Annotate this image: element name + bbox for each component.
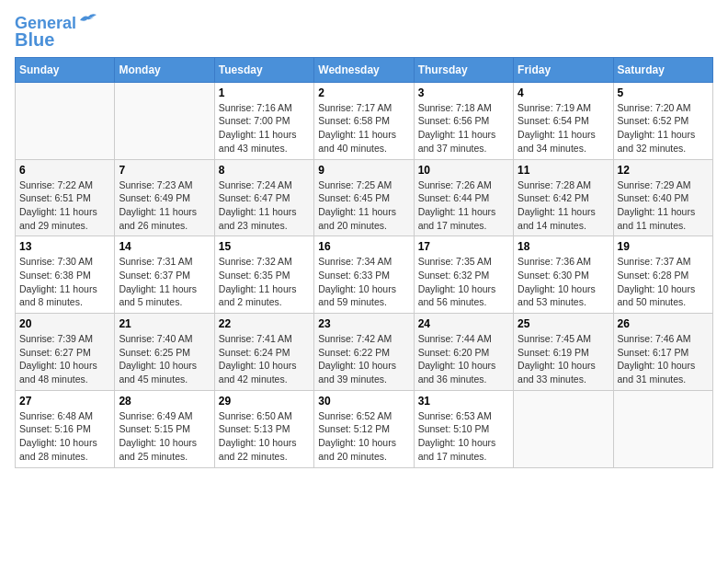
calendar-day-cell: 28Sunrise: 6:49 AM Sunset: 5:15 PM Dayli… (115, 390, 214, 467)
day-number: 6 (19, 164, 110, 177)
calendar-day-cell (613, 390, 712, 467)
calendar-day-cell: 9Sunrise: 7:25 AM Sunset: 6:45 PM Daylig… (314, 159, 414, 236)
calendar-day-cell: 12Sunrise: 7:29 AM Sunset: 6:40 PM Dayli… (613, 159, 712, 236)
calendar-day-cell: 21Sunrise: 7:40 AM Sunset: 6:25 PM Dayli… (115, 314, 214, 391)
calendar-week-row: 13Sunrise: 7:30 AM Sunset: 6:38 PM Dayli… (16, 236, 713, 314)
calendar-day-cell (514, 390, 613, 467)
calendar-day-cell: 26Sunrise: 7:46 AM Sunset: 6:17 PM Dayli… (613, 314, 712, 391)
calendar-day-cell: 5Sunrise: 7:20 AM Sunset: 6:52 PM Daylig… (613, 82, 712, 159)
day-info: Sunrise: 7:24 AM Sunset: 6:47 PM Dayligh… (219, 178, 310, 233)
calendar-day-cell: 3Sunrise: 7:18 AM Sunset: 6:56 PM Daylig… (414, 82, 513, 159)
day-info: Sunrise: 7:42 AM Sunset: 6:22 PM Dayligh… (318, 332, 409, 386)
day-info: Sunrise: 7:30 AM Sunset: 6:38 PM Dayligh… (19, 255, 110, 309)
day-info: Sunrise: 7:19 AM Sunset: 6:54 PM Dayligh… (518, 101, 609, 155)
calendar-day-cell: 24Sunrise: 7:44 AM Sunset: 6:20 PM Dayli… (414, 314, 513, 391)
calendar-day-cell: 10Sunrise: 7:26 AM Sunset: 6:44 PM Dayli… (414, 159, 513, 236)
calendar-day-cell: 27Sunrise: 6:48 AM Sunset: 5:16 PM Dayli… (16, 390, 115, 467)
day-number: 22 (219, 317, 310, 330)
day-number: 31 (418, 395, 509, 408)
calendar-day-cell (16, 82, 115, 159)
day-number: 24 (418, 317, 509, 330)
calendar-day-cell: 20Sunrise: 7:39 AM Sunset: 6:27 PM Dayli… (16, 314, 115, 391)
calendar-week-row: 20Sunrise: 7:39 AM Sunset: 6:27 PM Dayli… (16, 314, 713, 391)
calendar-day-cell: 18Sunrise: 7:36 AM Sunset: 6:30 PM Dayli… (514, 236, 613, 314)
day-info: Sunrise: 6:50 AM Sunset: 5:13 PM Dayligh… (219, 409, 310, 464)
day-number: 18 (518, 240, 609, 253)
weekday-header: Sunday (16, 57, 115, 82)
day-number: 11 (518, 164, 609, 177)
logo-bird-icon (78, 13, 98, 28)
calendar-day-cell: 25Sunrise: 7:45 AM Sunset: 6:19 PM Dayli… (514, 314, 613, 391)
day-number: 12 (618, 164, 709, 177)
day-info: Sunrise: 7:29 AM Sunset: 6:40 PM Dayligh… (618, 178, 709, 233)
weekday-header: Wednesday (314, 57, 414, 82)
calendar-table: SundayMondayTuesdayWednesdayThursdayFrid… (15, 57, 713, 468)
day-number: 17 (418, 240, 509, 253)
weekday-header: Tuesday (214, 57, 313, 82)
calendar-day-cell (115, 82, 214, 159)
day-info: Sunrise: 6:49 AM Sunset: 5:15 PM Dayligh… (119, 409, 210, 464)
day-info: Sunrise: 7:32 AM Sunset: 6:35 PM Dayligh… (219, 255, 310, 309)
logo: General Blue (15, 15, 98, 50)
day-info: Sunrise: 6:48 AM Sunset: 5:16 PM Dayligh… (19, 409, 110, 464)
calendar-day-cell: 29Sunrise: 6:50 AM Sunset: 5:13 PM Dayli… (214, 390, 313, 467)
calendar-week-row: 6Sunrise: 7:22 AM Sunset: 6:51 PM Daylig… (16, 159, 713, 236)
day-info: Sunrise: 7:25 AM Sunset: 6:45 PM Dayligh… (318, 178, 409, 233)
day-number: 15 (219, 240, 310, 253)
day-info: Sunrise: 6:53 AM Sunset: 5:10 PM Dayligh… (418, 409, 509, 464)
day-number: 28 (119, 395, 210, 408)
calendar-day-cell: 7Sunrise: 7:23 AM Sunset: 6:49 PM Daylig… (115, 159, 214, 236)
day-info: Sunrise: 7:17 AM Sunset: 6:58 PM Dayligh… (318, 101, 409, 155)
calendar-day-cell: 19Sunrise: 7:37 AM Sunset: 6:28 PM Dayli… (613, 236, 712, 314)
day-number: 29 (219, 395, 310, 408)
day-number: 21 (119, 317, 210, 330)
calendar-day-cell: 2Sunrise: 7:17 AM Sunset: 6:58 PM Daylig… (314, 82, 414, 159)
day-number: 26 (618, 317, 709, 330)
calendar-day-cell: 31Sunrise: 6:53 AM Sunset: 5:10 PM Dayli… (414, 390, 513, 467)
day-number: 4 (518, 86, 609, 99)
day-info: Sunrise: 7:36 AM Sunset: 6:30 PM Dayligh… (518, 255, 609, 309)
day-info: Sunrise: 7:20 AM Sunset: 6:52 PM Dayligh… (618, 101, 709, 155)
calendar-day-cell: 4Sunrise: 7:19 AM Sunset: 6:54 PM Daylig… (514, 82, 613, 159)
day-info: Sunrise: 7:16 AM Sunset: 7:00 PM Dayligh… (219, 101, 310, 155)
day-number: 14 (119, 240, 210, 253)
weekday-header: Friday (514, 57, 613, 82)
weekday-header: Thursday (414, 57, 513, 82)
day-number: 20 (19, 317, 110, 330)
day-number: 3 (418, 86, 509, 99)
day-info: Sunrise: 7:35 AM Sunset: 6:32 PM Dayligh… (418, 255, 509, 309)
day-number: 19 (618, 240, 709, 253)
day-number: 5 (618, 86, 709, 99)
weekday-header: Saturday (613, 57, 712, 82)
day-number: 23 (318, 317, 409, 330)
day-number: 1 (219, 86, 310, 99)
day-info: Sunrise: 7:39 AM Sunset: 6:27 PM Dayligh… (19, 332, 110, 386)
calendar-day-cell: 13Sunrise: 7:30 AM Sunset: 6:38 PM Dayli… (16, 236, 115, 314)
calendar-week-row: 27Sunrise: 6:48 AM Sunset: 5:16 PM Dayli… (16, 390, 713, 467)
day-number: 10 (418, 164, 509, 177)
day-info: Sunrise: 7:41 AM Sunset: 6:24 PM Dayligh… (219, 332, 310, 386)
calendar-day-cell: 23Sunrise: 7:42 AM Sunset: 6:22 PM Dayli… (314, 314, 414, 391)
day-info: Sunrise: 7:31 AM Sunset: 6:37 PM Dayligh… (119, 255, 210, 309)
calendar-day-cell: 11Sunrise: 7:28 AM Sunset: 6:42 PM Dayli… (514, 159, 613, 236)
day-number: 25 (518, 317, 609, 330)
day-info: Sunrise: 7:23 AM Sunset: 6:49 PM Dayligh… (119, 178, 210, 233)
day-info: Sunrise: 7:46 AM Sunset: 6:17 PM Dayligh… (618, 332, 709, 386)
day-number: 8 (219, 164, 310, 177)
day-info: Sunrise: 7:44 AM Sunset: 6:20 PM Dayligh… (418, 332, 509, 386)
calendar-header-row: SundayMondayTuesdayWednesdayThursdayFrid… (16, 57, 713, 82)
day-number: 30 (318, 395, 409, 408)
day-info: Sunrise: 7:37 AM Sunset: 6:28 PM Dayligh… (618, 255, 709, 309)
logo-blue: Blue (15, 29, 54, 50)
day-number: 2 (318, 86, 409, 99)
day-number: 16 (318, 240, 409, 253)
day-info: Sunrise: 7:45 AM Sunset: 6:19 PM Dayligh… (518, 332, 609, 386)
calendar-day-cell: 15Sunrise: 7:32 AM Sunset: 6:35 PM Dayli… (214, 236, 313, 314)
day-info: Sunrise: 7:34 AM Sunset: 6:33 PM Dayligh… (318, 255, 409, 309)
day-info: Sunrise: 7:40 AM Sunset: 6:25 PM Dayligh… (119, 332, 210, 386)
calendar-day-cell: 22Sunrise: 7:41 AM Sunset: 6:24 PM Dayli… (214, 314, 313, 391)
calendar-day-cell: 30Sunrise: 6:52 AM Sunset: 5:12 PM Dayli… (314, 390, 414, 467)
page-header: General Blue (15, 15, 713, 50)
weekday-header: Monday (115, 57, 214, 82)
calendar-day-cell: 14Sunrise: 7:31 AM Sunset: 6:37 PM Dayli… (115, 236, 214, 314)
